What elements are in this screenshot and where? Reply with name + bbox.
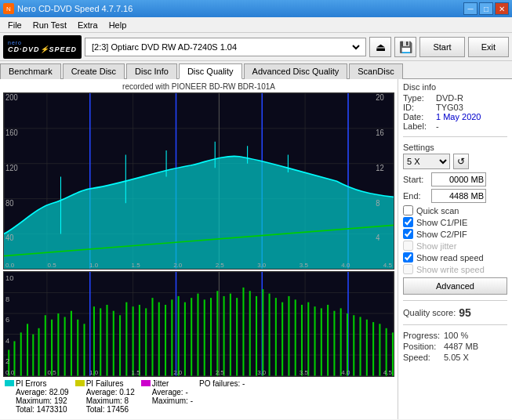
main-content: recorded with PIONEER BD-RW BDR-101A <box>0 79 512 419</box>
svg-rect-83 <box>197 294 198 376</box>
chart-container: 200 160 120 80 40 20 16 12 8 4 0.0 0.5 <box>3 92 394 377</box>
quality-score-value: 95 <box>459 306 471 319</box>
toolbar: nero CD·DVD⚡SPEED [2:3] Optiarc DVD RW A… <box>0 33 512 61</box>
svg-text:16: 16 <box>376 129 383 137</box>
divider-2 <box>403 300 507 301</box>
show-write-speed-label: Show write speed <box>416 265 485 274</box>
exit-button[interactable]: Exit <box>468 37 509 57</box>
pi-errors-total: Total: 1473310 <box>16 405 69 414</box>
start-input[interactable] <box>431 172 486 186</box>
pi-failures-label: PI Failures <box>86 379 135 388</box>
svg-text:40: 40 <box>5 234 14 242</box>
legend-po-failures: PO failures: - <box>199 379 245 414</box>
tab-disc-info[interactable]: Disc Info <box>126 63 177 79</box>
drive-select[interactable]: [2:3] Optiarc DVD RW AD-7240S 1.04 <box>89 42 362 52</box>
top-chart-x-labels: 0.0 0.5 1.0 1.5 2.0 2.5 3.0 3.5 4.0 4.5 <box>4 262 394 269</box>
drive-selector[interactable]: [2:3] Optiarc DVD RW AD-7240S 1.04 <box>85 38 366 56</box>
end-input[interactable] <box>431 189 486 203</box>
po-failures-label: PO failures: - <box>199 379 245 388</box>
svg-rect-85 <box>210 299 212 376</box>
x-label-2: 2.0 <box>173 262 182 269</box>
jitter-data: Jitter Average: - Maximum: - <box>152 379 193 405</box>
svg-text:8: 8 <box>376 198 379 207</box>
start-field-label: Start: <box>403 175 428 184</box>
speed-label: Speed: <box>403 353 441 362</box>
po-failures-data: PO failures: - <box>199 379 245 388</box>
svg-rect-108 <box>360 317 361 376</box>
svg-text:10: 10 <box>5 273 13 282</box>
divider-3 <box>403 324 507 325</box>
svg-text:4: 4 <box>376 234 380 242</box>
position-value: 4487 MB <box>444 342 478 351</box>
pi-errors-average: Average: 82.09 <box>16 388 69 396</box>
speed-select[interactable]: 5 X <box>403 154 450 169</box>
minimize-button[interactable]: ─ <box>463 2 478 15</box>
show-c1-label: Show C1/PIE <box>416 218 467 227</box>
menu-run-test[interactable]: Run Test <box>28 19 71 31</box>
svg-rect-62 <box>57 313 59 376</box>
nero-logo-text: CD·DVD⚡SPEED <box>8 45 77 53</box>
refresh-button[interactable]: ↺ <box>453 154 469 169</box>
svg-rect-103 <box>327 305 329 376</box>
jitter-average: Average: - <box>152 388 193 396</box>
show-c2-checkbox[interactable] <box>403 229 413 239</box>
save-icon[interactable]: 💾 <box>394 37 416 57</box>
menu-extra[interactable]: Extra <box>73 19 103 31</box>
progress-row: Progress: 100 % <box>403 331 507 340</box>
svg-rect-68 <box>100 309 101 376</box>
svg-text:80: 80 <box>5 198 14 207</box>
end-field-row: End: <box>403 189 507 203</box>
tab-advanced-disc-quality[interactable]: Advanced Disc Quality <box>244 63 348 79</box>
svg-rect-61 <box>51 320 53 376</box>
svg-rect-101 <box>314 307 316 376</box>
svg-rect-105 <box>340 309 342 376</box>
tab-benchmark[interactable]: Benchmark <box>0 63 61 79</box>
show-c1-checkbox[interactable] <box>403 217 413 227</box>
svg-rect-107 <box>353 316 354 376</box>
tab-disc-quality[interactable]: Disc Quality <box>179 63 242 79</box>
svg-rect-77 <box>158 302 160 376</box>
close-button[interactable]: ✕ <box>495 2 509 15</box>
disc-info-title: Disc info <box>403 82 507 92</box>
bx-label-0: 0.0 <box>5 369 14 376</box>
bx-label-2: 2.0 <box>173 369 182 376</box>
svg-text:6: 6 <box>5 315 9 324</box>
x-label-1: 1.0 <box>89 262 98 269</box>
svg-text:8: 8 <box>5 295 9 303</box>
svg-rect-65 <box>77 320 78 376</box>
x-label-25: 2.5 <box>216 262 224 269</box>
svg-rect-106 <box>347 313 348 376</box>
svg-rect-95 <box>275 299 277 376</box>
maximize-button[interactable]: □ <box>479 2 493 15</box>
svg-rect-76 <box>151 299 153 376</box>
start-field-row: Start: <box>403 172 507 186</box>
svg-rect-60 <box>45 316 46 376</box>
advanced-button[interactable]: Advanced <box>403 277 507 295</box>
tab-scan-disc[interactable]: ScanDisc <box>349 63 402 79</box>
menu-file[interactable]: File <box>3 19 27 31</box>
menu-help[interactable]: Help <box>104 19 132 31</box>
svg-rect-88 <box>230 294 231 376</box>
eject-icon[interactable]: ⏏ <box>369 37 391 57</box>
speed-value: 5.05 X <box>444 353 469 362</box>
jitter-color <box>141 380 151 386</box>
legend-pi-errors: PI Errors Average: 82.09 Maximum: 192 To… <box>5 379 69 414</box>
tab-create-disc[interactable]: Create Disc <box>63 63 125 79</box>
show-read-speed-checkbox[interactable] <box>403 252 413 262</box>
start-button[interactable]: Start <box>419 37 464 57</box>
x-label-15: 1.5 <box>132 262 140 269</box>
svg-rect-80 <box>178 296 180 376</box>
show-write-speed-checkbox[interactable] <box>403 264 413 274</box>
settings-title: Settings <box>403 143 507 152</box>
legend: PI Errors Average: 82.09 Maximum: 192 To… <box>3 377 394 416</box>
show-jitter-checkbox[interactable] <box>403 241 413 251</box>
svg-rect-82 <box>191 299 192 376</box>
bx-label-1: 1.0 <box>89 369 98 376</box>
svg-rect-102 <box>321 309 322 376</box>
disc-info-section: Disc info Type: DVD-R ID: TYG03 Date: 1 … <box>403 82 507 131</box>
label-value: - <box>436 121 439 131</box>
quick-scan-checkbox[interactable] <box>403 205 413 215</box>
jitter-maximum: Maximum: - <box>152 396 193 405</box>
svg-text:20: 20 <box>376 93 384 102</box>
svg-rect-86 <box>216 291 218 376</box>
